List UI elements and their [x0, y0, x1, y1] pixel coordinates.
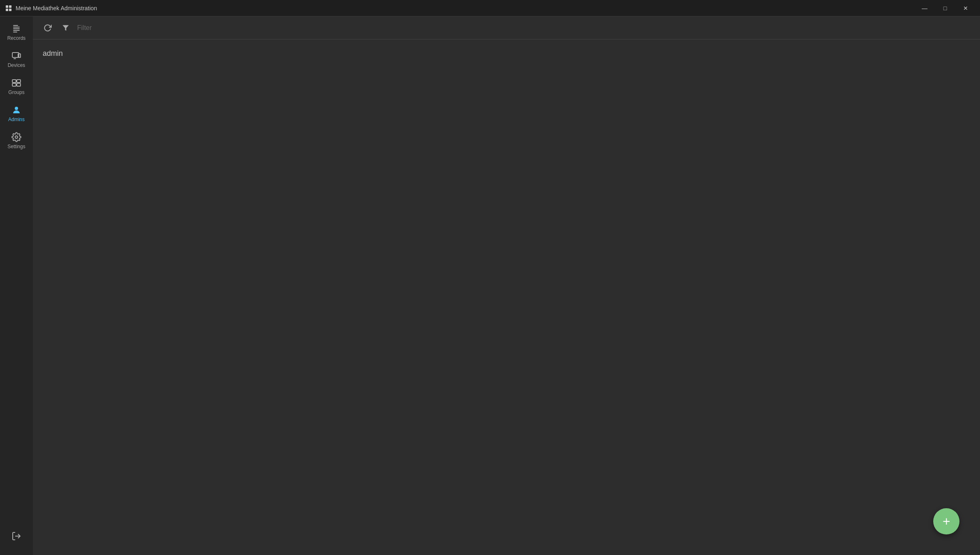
svg-rect-11	[14, 58, 16, 59]
app-title: Meine Mediathek Administration	[16, 5, 97, 11]
title-bar: Meine Mediathek Administration — □ ✕	[0, 0, 980, 16]
refresh-button[interactable]	[41, 21, 54, 34]
sidebar-bottom	[2, 527, 31, 552]
svg-rect-5	[13, 27, 20, 28]
svg-rect-3	[9, 9, 11, 11]
list-item-admin[interactable]: admin	[41, 46, 972, 61]
app-icon	[5, 5, 12, 12]
svg-rect-0	[6, 5, 8, 8]
filter-input-wrapper	[77, 23, 972, 33]
sidebar-item-admins[interactable]: Admins	[2, 101, 31, 126]
svg-rect-1	[9, 5, 11, 8]
filter-input[interactable]	[77, 23, 972, 33]
sidebar: Records Devices	[0, 16, 33, 555]
records-icon	[11, 24, 21, 34]
sidebar-item-devices[interactable]: Devices	[2, 47, 31, 72]
svg-point-17	[15, 136, 18, 138]
groups-icon	[11, 78, 21, 88]
filter-icon-button[interactable]	[59, 21, 72, 34]
settings-icon	[11, 132, 21, 142]
title-bar-left: Meine Mediathek Administration	[5, 5, 97, 12]
svg-rect-7	[13, 30, 20, 31]
sidebar-item-records[interactable]: Records	[2, 20, 31, 45]
list-area: admin	[33, 39, 980, 555]
svg-rect-13	[17, 80, 21, 83]
sidebar-label-records: Records	[7, 35, 26, 41]
logout-icon	[11, 531, 21, 541]
maximize-button[interactable]: □	[936, 2, 955, 14]
svg-rect-2	[6, 9, 8, 11]
add-fab-button[interactable]: +	[933, 508, 959, 534]
svg-point-16	[15, 107, 18, 110]
minimize-button[interactable]: —	[915, 2, 934, 14]
devices-icon	[11, 51, 21, 61]
svg-rect-14	[12, 83, 16, 86]
svg-rect-15	[17, 83, 21, 86]
svg-rect-8	[13, 32, 17, 32]
svg-rect-4	[13, 25, 18, 26]
sidebar-item-groups[interactable]: Groups	[2, 74, 31, 99]
admins-icon	[11, 105, 21, 115]
sidebar-label-settings: Settings	[7, 144, 25, 149]
title-bar-controls: — □ ✕	[915, 2, 975, 14]
sidebar-item-settings[interactable]: Settings	[2, 128, 31, 154]
svg-rect-6	[13, 28, 20, 29]
main-layout: Records Devices	[0, 16, 980, 555]
content-area: admin	[33, 16, 980, 555]
close-button[interactable]: ✕	[956, 2, 975, 14]
svg-rect-12	[12, 80, 16, 83]
sidebar-label-groups: Groups	[8, 89, 24, 95]
sidebar-label-devices: Devices	[8, 62, 25, 68]
svg-marker-19	[63, 25, 69, 31]
sidebar-label-admins: Admins	[8, 117, 25, 122]
toolbar	[33, 16, 980, 39]
sidebar-item-logout[interactable]	[2, 527, 31, 545]
